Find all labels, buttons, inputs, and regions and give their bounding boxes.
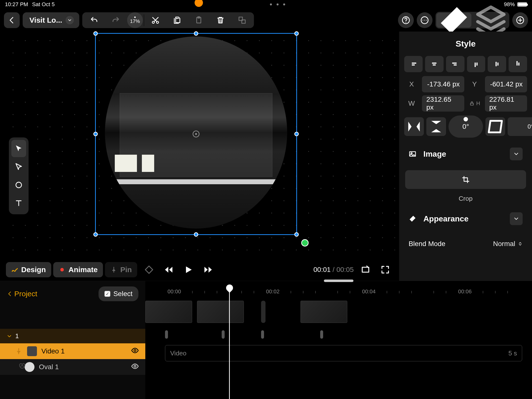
direct-select-tool[interactable] <box>11 158 26 175</box>
lock-aspect-icon[interactable]: H <box>467 100 482 107</box>
svg-rect-14 <box>362 267 369 272</box>
add-button[interactable] <box>512 12 528 28</box>
mode-pin-button[interactable]: Pin <box>105 262 137 277</box>
flip-horizontal-button[interactable] <box>404 117 424 136</box>
shape-tool[interactable] <box>11 176 26 194</box>
group-button[interactable] <box>232 12 252 28</box>
align-center-h-button[interactable] <box>425 56 444 72</box>
prop-w-value[interactable]: 2312.65 px <box>422 95 464 112</box>
tab-layers[interactable] <box>473 13 508 28</box>
zoom-indicator[interactable]: 17% <box>127 12 143 28</box>
more-button[interactable] <box>417 12 432 28</box>
canvas-tools <box>9 137 29 214</box>
blend-mode-row[interactable]: Blend Mode Normal <box>404 235 527 253</box>
blend-mode-value: Normal <box>493 240 515 248</box>
image-section-header[interactable]: Image <box>404 142 527 166</box>
align-left-button[interactable] <box>404 56 423 72</box>
inspector-title: Style <box>399 32 532 56</box>
mode-design-button[interactable]: Design <box>6 262 51 277</box>
keyframe-marker[interactable] <box>165 330 168 339</box>
playhead-line <box>229 290 230 399</box>
center-target-icon <box>193 131 200 137</box>
back-button[interactable] <box>4 12 20 28</box>
layer-video-1[interactable]: Video 1 <box>0 343 145 359</box>
keyframe-marker[interactable] <box>320 330 323 339</box>
resize-handle[interactable] <box>93 31 98 36</box>
timecode: 00:01 / 00:05 <box>314 266 354 274</box>
keyframe-marker[interactable] <box>222 330 225 339</box>
rotate-handle[interactable] <box>301 239 309 247</box>
svg-point-10 <box>426 20 427 21</box>
loop-region-button[interactable] <box>358 262 373 278</box>
skew-button[interactable] <box>485 117 505 136</box>
clip-handle[interactable] <box>261 301 266 323</box>
rewind-button[interactable] <box>161 262 177 278</box>
prop-x-value[interactable]: -173.46 px <box>422 76 464 92</box>
align-top-button[interactable] <box>467 56 485 72</box>
fullscreen-button[interactable] <box>377 262 393 278</box>
keyframe-marker[interactable] <box>261 330 264 339</box>
flip-vertical-button[interactable] <box>426 117 446 136</box>
delete-button[interactable] <box>210 12 231 28</box>
cut-button[interactable] <box>145 12 166 28</box>
rotation-dial[interactable]: 0° <box>449 116 483 138</box>
status-date: Sat Oct 5 <box>32 1 55 8</box>
layer-oval-1[interactable]: Oval 1 <box>0 359 145 375</box>
appearance-section-header[interactable]: Appearance <box>404 206 527 231</box>
undo-button[interactable] <box>84 12 104 28</box>
layer-group-row[interactable]: 1 <box>0 329 145 343</box>
select-mode-button[interactable]: ✓ Select <box>99 286 138 301</box>
prop-x-label: X <box>404 80 419 88</box>
resize-handle[interactable] <box>93 132 98 136</box>
prop-y-label: Y <box>467 80 482 88</box>
ruler-tick: 00:06 <box>458 288 472 295</box>
visibility-toggle[interactable] <box>131 362 139 372</box>
visibility-toggle[interactable] <box>131 347 139 356</box>
alignment-buttons <box>404 56 527 72</box>
layer-name: Oval 1 <box>39 363 59 371</box>
fast-forward-button[interactable] <box>200 262 216 278</box>
timeline-ruler[interactable]: 00:00 00:02 00:04 00:06 <box>145 283 532 298</box>
prop-y-value[interactable]: -601.42 px <box>485 76 527 92</box>
resize-handle[interactable] <box>294 31 299 36</box>
skew-value[interactable]: 0° <box>508 117 532 136</box>
project-back-button[interactable]: Project <box>7 290 37 298</box>
canvas[interactable] <box>4 32 395 259</box>
prop-w-label: W <box>404 100 419 107</box>
thumbnail-clip[interactable] <box>197 301 244 323</box>
project-title-dropdown[interactable]: Visit Lo... <box>23 12 79 28</box>
battery-icon <box>517 2 527 7</box>
ruler-tick: 00:04 <box>362 288 376 295</box>
mode-animate-button[interactable]: Animate <box>53 262 103 277</box>
thumbnail-clip[interactable] <box>145 301 192 323</box>
multitask-dots[interactable]: • • • <box>270 0 286 9</box>
prop-h-value[interactable]: 2276.81 px <box>485 95 527 112</box>
align-bottom-button[interactable] <box>509 56 527 72</box>
edit-tools-group: 17% <box>82 12 254 28</box>
panel-resize-handle[interactable] <box>324 280 353 282</box>
resize-handle[interactable] <box>294 232 299 237</box>
thumbnail-clip[interactable] <box>300 301 347 323</box>
track-duration: 5 s <box>508 349 517 357</box>
crop-button[interactable] <box>405 170 526 189</box>
timeline[interactable]: 00:00 00:02 00:04 00:06 <box>145 281 532 399</box>
resize-handle[interactable] <box>294 132 299 136</box>
play-button[interactable] <box>181 262 196 278</box>
tab-style[interactable] <box>436 13 471 28</box>
selection-box[interactable] <box>95 33 297 235</box>
resize-handle[interactable] <box>194 31 198 36</box>
layer-panel: Project ✓ Select 1 Video 1 <box>0 281 145 399</box>
help-button[interactable] <box>398 12 414 28</box>
keyframe-button[interactable] <box>141 262 157 278</box>
align-right-button[interactable] <box>446 56 465 72</box>
video-track[interactable]: Video 5 s <box>165 345 522 361</box>
align-center-v-button[interactable] <box>488 56 506 72</box>
resize-handle[interactable] <box>194 232 198 237</box>
redo-button[interactable] <box>105 12 126 28</box>
copy-button[interactable] <box>167 12 187 28</box>
paste-button[interactable] <box>188 12 209 28</box>
select-tool[interactable] <box>11 140 26 157</box>
resize-handle[interactable] <box>93 232 98 237</box>
svg-point-12 <box>16 182 22 188</box>
text-tool[interactable] <box>11 195 26 212</box>
